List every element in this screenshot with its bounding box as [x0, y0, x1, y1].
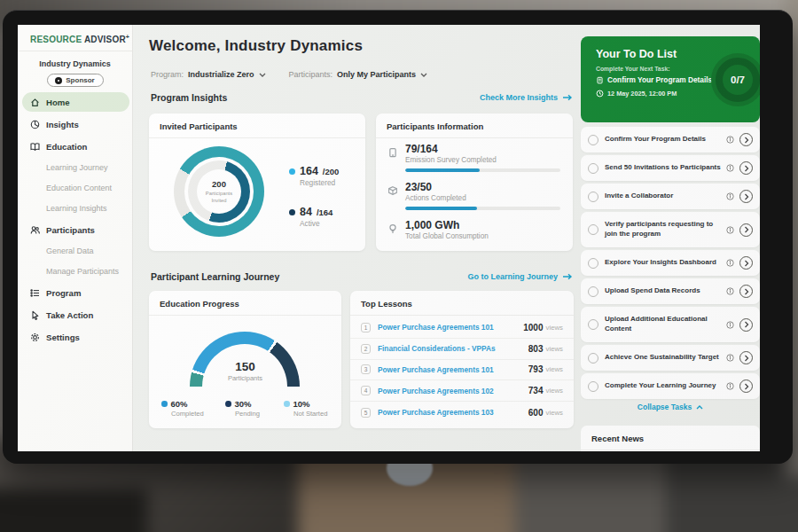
- task-checkbox[interactable]: [588, 381, 598, 392]
- task-checkbox[interactable]: [588, 163, 598, 174]
- check-more-insights-link[interactable]: Check More Insights: [480, 93, 573, 102]
- lesson-row[interactable]: 3 Power Purchase Agreements 101 793 view…: [350, 360, 574, 381]
- task-row[interactable]: Complete Your Learning Journey: [581, 373, 760, 399]
- sidebar-item-education[interactable]: Education: [22, 137, 129, 156]
- lesson-row[interactable]: 1 Power Purchase Agreements 101 1000 vie…: [350, 317, 574, 339]
- pending-dot: [225, 401, 231, 407]
- info-icon[interactable]: [726, 287, 734, 295]
- task-checkbox[interactable]: [588, 286, 598, 297]
- lesson-views-count: 803: [528, 344, 544, 354]
- task-checkbox[interactable]: [588, 135, 598, 145]
- sidebar-item-education-content[interactable]: Education Content: [22, 179, 129, 197]
- task-checkbox[interactable]: [588, 258, 598, 269]
- completed-pct: 60%: [171, 399, 188, 409]
- task-label: Verify participants requesting to join t…: [605, 220, 726, 239]
- task-label: Complete Your Learning Journey: [605, 381, 726, 391]
- task-checkbox[interactable]: [588, 224, 598, 235]
- legend-pending: 30% Pending: [225, 399, 284, 418]
- sidebar-item-settings[interactable]: Settings: [22, 327, 129, 347]
- info-icon[interactable]: [726, 192, 734, 200]
- task-open-button[interactable]: [739, 379, 753, 393]
- lesson-views-count: 1000: [523, 323, 543, 332]
- collapse-label: Collapse Tasks: [638, 403, 692, 411]
- sidebar: RESOURCE ADVISOR+ Industry Dynamics Spon…: [18, 25, 133, 451]
- task-checkbox[interactable]: [588, 319, 598, 330]
- task-open-button[interactable]: [739, 190, 753, 203]
- sidebar-item-learning-journey[interactable]: Learning Journey: [22, 159, 129, 176]
- lesson-link[interactable]: Financial Considerations - VPPAs: [378, 344, 528, 353]
- sidebar-item-insights[interactable]: Insights: [22, 114, 129, 134]
- todo-next-task[interactable]: Confirm Your Program Details: [596, 75, 712, 84]
- info-icon[interactable]: [726, 382, 734, 390]
- info-icon[interactable]: [726, 321, 734, 329]
- take-action-icon: [30, 310, 40, 320]
- bulb-icon: [387, 222, 398, 238]
- task-open-button[interactable]: [739, 133, 753, 146]
- task-checkbox[interactable]: [588, 353, 598, 364]
- sidebar-item-label: Take Action: [46, 310, 93, 320]
- task-row[interactable]: Upload Spend Data Records: [581, 278, 760, 304]
- sidebar-item-learning-insights[interactable]: Learning Insights: [22, 200, 129, 217]
- task-row[interactable]: Invite a Collaborator: [581, 184, 760, 209]
- task-open-button[interactable]: [739, 223, 753, 237]
- participants-dropdown[interactable]: Participants: Only My Participants: [289, 70, 428, 79]
- photo-of-monitor: RESOURCE ADVISOR+ Industry Dynamics Spon…: [0, 0, 798, 532]
- program-dropdown[interactable]: Program: Industrialize Zero: [151, 70, 266, 79]
- todo-panel: Your To Do List Complete Your Next Task:…: [581, 36, 760, 122]
- task-row[interactable]: Confirm Your Program Details: [581, 127, 760, 153]
- task-row[interactable]: Explore Your Insights Dashboard: [581, 250, 760, 276]
- info-icon[interactable]: [726, 226, 734, 234]
- task-row[interactable]: Upload Additional Educational Content: [581, 307, 760, 342]
- sidebar-item-take-action[interactable]: Take Action: [22, 305, 129, 325]
- task-open-button[interactable]: [739, 256, 753, 270]
- lesson-rank: 2: [361, 344, 371, 354]
- task-checkbox[interactable]: [588, 192, 598, 202]
- card-title: Education Progress: [149, 291, 341, 316]
- lesson-link[interactable]: Power Purchase Agreements 101: [378, 365, 528, 374]
- logo-resource: RESOURCE: [30, 35, 82, 44]
- arrow-right-icon: [562, 94, 573, 101]
- lesson-link[interactable]: Power Purchase Agreements 103: [378, 408, 528, 417]
- task-label: Upload Spend Data Records: [605, 286, 726, 296]
- task-open-button[interactable]: [739, 161, 753, 175]
- sidebar-item-manage-participants[interactable]: Manage Participants: [22, 262, 129, 280]
- sponsor-badge[interactable]: Sponsor: [47, 74, 104, 87]
- info-icon[interactable]: [726, 354, 734, 362]
- info-icon[interactable]: [726, 164, 734, 172]
- task-row[interactable]: Verify participants requesting to join t…: [581, 212, 760, 247]
- pending-label: Pending: [235, 410, 284, 418]
- info-icon[interactable]: [726, 259, 734, 267]
- chevron-up-icon: [696, 405, 703, 410]
- lesson-link[interactable]: Power Purchase Agreements 102: [378, 387, 528, 395]
- active-value: 84: [300, 206, 312, 218]
- info-icon[interactable]: [726, 136, 734, 144]
- task-open-button[interactable]: [739, 351, 753, 364]
- lesson-rank: 5: [361, 408, 371, 418]
- clipboard-icon: [596, 76, 604, 84]
- lesson-row[interactable]: 2 Financial Considerations - VPPAs 803 v…: [350, 339, 574, 360]
- gauge-center-label: Participants: [149, 374, 341, 382]
- card-title: Invited Participants: [149, 113, 365, 138]
- task-row[interactable]: Achieve One Sustainability Target: [581, 345, 760, 371]
- sidebar-item-home[interactable]: Home: [22, 92, 129, 112]
- lesson-link[interactable]: Power Purchase Agreements 101: [378, 323, 523, 332]
- sidebar-item-general-data[interactable]: General Data: [22, 242, 129, 260]
- task-list: Confirm Your Program Details Send 50 Inv…: [581, 127, 760, 402]
- sponsor-label: Sponsor: [66, 76, 94, 84]
- sidebar-item-label: Insights: [46, 120, 79, 129]
- lesson-row[interactable]: 5 Power Purchase Agreements 103 600 view…: [350, 402, 574, 423]
- collapse-tasks-link[interactable]: Collapse Tasks: [581, 403, 760, 411]
- sidebar-item-participants[interactable]: Participants: [22, 220, 129, 239]
- participants-information-card: Participants Information 79/164 Emission…: [376, 113, 573, 251]
- task-row[interactable]: Send 50 Invitations to Participants: [581, 155, 760, 181]
- recent-news-title: Recent News: [581, 426, 760, 450]
- go-to-learning-journey-link[interactable]: Go to Learning Journey: [467, 272, 573, 281]
- lesson-views-label: views: [546, 365, 564, 373]
- sidebar-item-program[interactable]: Program: [22, 283, 129, 302]
- todo-due-date: 12 May 2025, 12:00 PM: [596, 90, 677, 98]
- active-dot: [289, 209, 295, 215]
- task-open-button[interactable]: [739, 285, 753, 298]
- lesson-row[interactable]: 4 Power Purchase Agreements 102 734 view…: [350, 380, 574, 402]
- education-icon: [30, 142, 40, 152]
- task-open-button[interactable]: [739, 318, 753, 332]
